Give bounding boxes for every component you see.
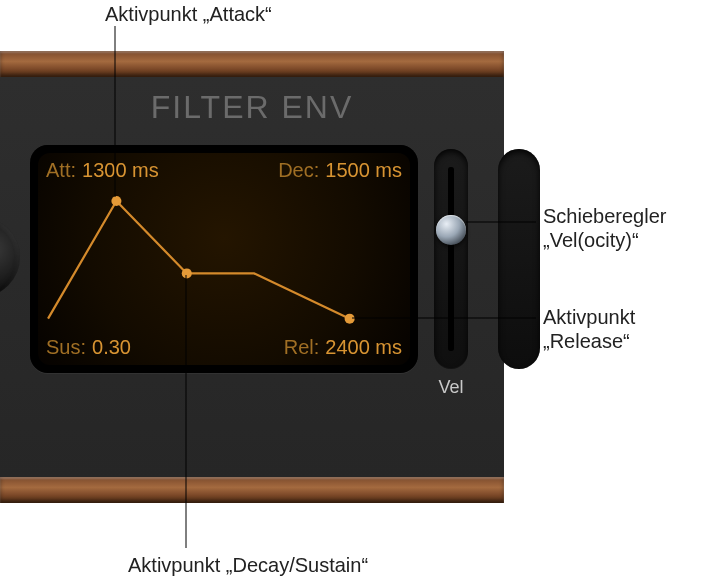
release-value: 2400 ms xyxy=(325,336,402,359)
decay-sustain-handle[interactable] xyxy=(182,268,192,278)
attack-label: Att: xyxy=(46,159,76,182)
filter-env-panel: FILTER ENV Att: 1300 ms Dec: 1500 ms xyxy=(0,77,504,477)
decay-label: Dec: xyxy=(278,159,319,182)
envelope-curve xyxy=(48,201,350,319)
left-knob-partial[interactable] xyxy=(0,217,20,297)
attack-handle[interactable] xyxy=(111,196,121,206)
callout-release-label: Aktivpunkt „Release“ xyxy=(543,305,635,353)
release-handle[interactable] xyxy=(345,314,355,324)
velocity-slider-slot xyxy=(448,167,454,351)
velocity-slider-thumb[interactable] xyxy=(436,215,466,245)
envelope-graph[interactable] xyxy=(38,193,410,324)
callout-decay-sustain-label: Aktivpunkt „Decay/Sustain“ xyxy=(128,553,368,577)
sustain-readout[interactable]: Sus: 0.30 xyxy=(46,336,131,359)
decay-value: 1500 ms xyxy=(325,159,402,182)
attack-readout[interactable]: Att: 1300 ms xyxy=(46,159,159,182)
wood-rail-bottom xyxy=(0,477,504,503)
sustain-label: Sus: xyxy=(46,336,86,359)
readout-row-top: Att: 1300 ms Dec: 1500 ms xyxy=(38,159,410,182)
attack-value: 1300 ms xyxy=(82,159,159,182)
readout-row-bottom: Sus: 0.30 Rel: 2400 ms xyxy=(38,336,410,359)
velocity-slider-label: Vel xyxy=(434,377,468,398)
release-readout[interactable]: Rel: 2400 ms xyxy=(284,336,402,359)
callout-attack-label: Aktivpunkt „Attack“ xyxy=(105,2,272,26)
sustain-value: 0.30 xyxy=(92,336,131,359)
right-slider-partial[interactable] xyxy=(498,149,540,369)
envelope-display-inner: Att: 1300 ms Dec: 1500 ms Sus: xyxy=(38,153,410,365)
release-label: Rel: xyxy=(284,336,320,359)
panel-title: FILTER ENV xyxy=(0,89,504,126)
velocity-slider[interactable] xyxy=(434,149,468,369)
decay-readout[interactable]: Dec: 1500 ms xyxy=(278,159,402,182)
envelope-display[interactable]: Att: 1300 ms Dec: 1500 ms Sus: xyxy=(30,145,418,373)
wood-rail-top xyxy=(0,51,504,77)
callout-velocity-label: Schieberegler „Vel(ocity)“ xyxy=(543,204,666,252)
